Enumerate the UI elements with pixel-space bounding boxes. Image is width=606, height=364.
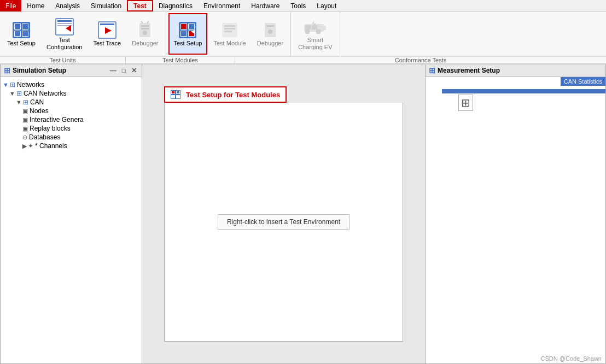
menu-bar: File Home Analysis Simulation Test Diagn… (0, 0, 606, 12)
test-content-area[interactable]: Right-click to insert a Test Environment (164, 103, 403, 342)
svg-rect-6 (22, 24, 28, 29)
tree-can[interactable]: ▼ ⊞ CAN (3, 98, 139, 107)
menu-home[interactable]: Home (21, 0, 50, 11)
ribbon: Test Setup TestConfiguration (0, 12, 606, 64)
svg-point-20 (143, 31, 147, 35)
svg-rect-17 (139, 23, 150, 37)
measurement-panel: ⊞ Measurement Setup CAN Statistics ⊞ (426, 64, 606, 364)
ribbon-btn-test-trace[interactable]: Test Trace (88, 13, 126, 55)
ribbon-btn-test-setup[interactable]: Test Setup (2, 13, 40, 55)
networks-expand-icon: ▼ (3, 81, 9, 88)
measurement-panel-icon: ⊞ (429, 66, 435, 75)
smart-charging-icon (302, 17, 328, 37)
ribbon-btn-debugger2: Debugger (252, 13, 288, 55)
sim-panel-restore[interactable]: □ (120, 67, 127, 74)
svg-point-45 (316, 30, 321, 34)
test-setup-label: Test Setup (7, 40, 36, 47)
svg-rect-11 (57, 23, 72, 24)
test-setup-title: Test Setup for Test Modules (186, 91, 280, 99)
svg-rect-5 (15, 24, 20, 29)
test-setup2-label: Test Setup (174, 40, 202, 47)
menu-tools[interactable]: Tools (285, 0, 311, 11)
test-module-label: Test Module (213, 40, 246, 47)
ribbon-btn-test-config[interactable]: TestConfiguration (42, 13, 87, 55)
svg-rect-18 (141, 25, 149, 27)
test-setup-icon (11, 20, 32, 40)
test-config-label: TestConfiguration (46, 37, 82, 51)
menu-analysis[interactable]: Analysis (50, 0, 85, 11)
menu-diagnostics[interactable]: Diagnostics (153, 0, 198, 11)
sim-panel-titlebar: ⊞ Simulation Setup — □ ✕ (1, 64, 142, 77)
tree-databases[interactable]: ⊙ Databases (3, 133, 139, 142)
menu-layout[interactable]: Layout (311, 0, 342, 11)
measurement-panel-title: ⊞ Measurement Setup (426, 64, 605, 77)
menu-test[interactable]: Test (127, 0, 153, 11)
svg-rect-41 (323, 26, 326, 30)
ribbon-btn-test-module: Test Module (208, 13, 250, 55)
menu-file[interactable]: File (0, 0, 21, 11)
ribbon-section-test-units: Test Setup TestConfiguration (0, 12, 166, 56)
svg-rect-10 (57, 20, 72, 22)
svg-rect-15 (100, 24, 114, 25)
tree-networks[interactable]: ▼ ⊞ Networks (3, 80, 139, 89)
networks-icon: ⊞ (10, 81, 15, 89)
svg-line-21 (141, 21, 143, 23)
can-networks-expand-icon: ▼ (9, 90, 15, 97)
svg-rect-8 (22, 31, 28, 36)
svg-rect-12 (57, 25, 72, 26)
databases-label: Databases (29, 133, 60, 141)
test-trace-label: Test Trace (93, 40, 121, 47)
sim-panel-minimize[interactable]: — (108, 67, 118, 74)
ribbon-section-test-modules: Test Setup Test Module (166, 12, 292, 56)
svg-line-22 (147, 21, 149, 23)
svg-rect-49 (171, 95, 175, 98)
svg-rect-51 (172, 91, 174, 93)
replay-label: Replay blocks (30, 125, 71, 132)
grid-icon[interactable]: ⊞ (458, 95, 473, 111)
smart-charging-label: SmartCharging EV (298, 37, 332, 51)
tree-channels[interactable]: ▶ ✦ * Channels (3, 142, 139, 150)
svg-rect-42 (305, 25, 311, 30)
test-setup-header-wrapper: Test Setup for Test Modules (164, 86, 403, 103)
tree-can-networks[interactable]: ▼ ⊞ CAN Networks (3, 89, 139, 98)
debugger1-label: Debugger (132, 40, 158, 47)
menu-simulation[interactable]: Simulation (85, 0, 127, 11)
channels-icon: ✦ (28, 142, 33, 150)
test-trace-icon (97, 20, 118, 40)
svg-rect-28 (181, 24, 187, 29)
svg-rect-38 (266, 25, 274, 27)
debugger2-label: Debugger (257, 40, 283, 47)
sim-panel-close[interactable]: ✕ (130, 67, 138, 74)
can-label: CAN (30, 98, 44, 106)
tree-replay[interactable]: ▣ Replay blocks (3, 124, 139, 133)
svg-rect-52 (177, 91, 179, 93)
svg-point-39 (268, 30, 272, 34)
menu-hardware[interactable]: Hardware (246, 0, 285, 11)
channels-expand-icon: ▶ (22, 143, 27, 150)
interactive-icon: ▣ (22, 116, 28, 124)
test-setup-header-icon (171, 90, 180, 99)
ribbon-btn-debugger1: Debugger (127, 13, 163, 55)
nodes-label: Nodes (30, 107, 49, 115)
tree-nodes[interactable]: ▣ Nodes (3, 107, 139, 115)
sim-panel-title: Simulation Setup (13, 67, 66, 74)
measurement-title: Measurement Setup (438, 67, 500, 74)
svg-rect-7 (15, 31, 20, 36)
test-module-icon (219, 20, 240, 40)
menu-environment[interactable]: Environment (198, 0, 246, 11)
tree-interactive[interactable]: ▣ Interactive Genera (3, 115, 139, 124)
debugger1-icon (135, 20, 155, 40)
ribbon-btn-test-setup2[interactable]: Test Setup (168, 13, 208, 55)
ribbon-section-conformance: SmartCharging EV (291, 12, 340, 56)
svg-rect-30 (181, 31, 187, 36)
interactive-label: Interactive Genera (30, 116, 84, 124)
ribbon-btn-smart-charging: SmartCharging EV (293, 13, 337, 55)
nodes-icon: ▣ (22, 108, 28, 115)
blue-strip (442, 89, 605, 93)
measurement-panel-content: CAN Statistics ⊞ (426, 77, 605, 363)
can-statistics-bar[interactable]: CAN Statistics (561, 77, 605, 86)
svg-rect-50 (176, 95, 180, 98)
debugger2-icon (260, 20, 281, 40)
can-icon: ⊞ (23, 98, 28, 106)
main-content: ⊞ Simulation Setup — □ ✕ ▼ ⊞ Networks ▼ … (0, 64, 606, 364)
